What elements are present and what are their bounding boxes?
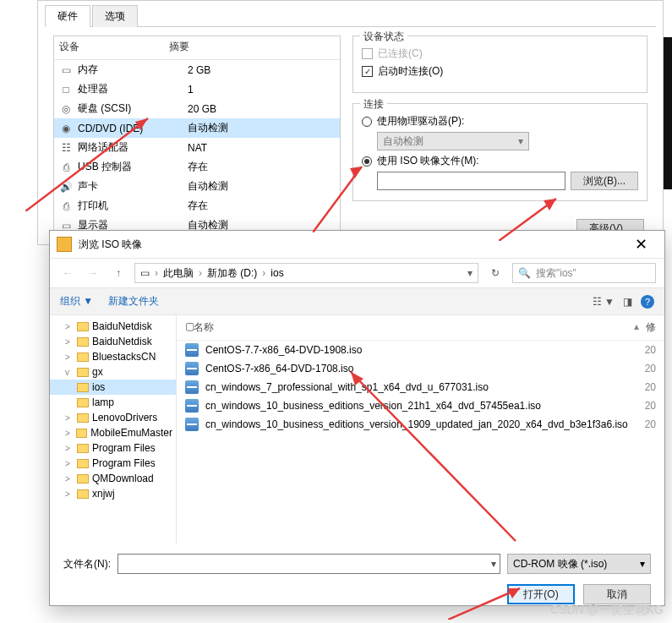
file-row[interactable]: CentOS-7.7-x86_64-DVD-1908.iso 20	[177, 341, 664, 359]
file-row[interactable]: cn_windows_10_business_editions_version_…	[177, 396, 664, 415]
device-row[interactable]: ⎙ 打印机 存在	[54, 196, 340, 216]
file-name: CentOS-7-x86_64-DVD-1708.iso	[205, 363, 638, 374]
expand-icon[interactable]: >	[65, 337, 74, 347]
device-summary: 1	[188, 84, 335, 96]
col-date[interactable]: 修	[639, 320, 656, 335]
chevron-down-icon[interactable]: ▾	[491, 558, 496, 570]
crumb-1[interactable]: 新加卷 (D:)	[207, 266, 257, 281]
device-row[interactable]: ☷ 网络适配器 NAT	[54, 138, 340, 157]
tree-item[interactable]: > BluestacksCN	[50, 349, 176, 364]
folder-icon	[77, 444, 89, 453]
expand-icon[interactable]: >	[65, 322, 74, 331]
device-row[interactable]: □ 处理器 1	[54, 79, 340, 99]
folder-tree[interactable]: > BaiduNetdisk> BaiduNetdisk> Bluestacks…	[50, 315, 177, 544]
physical-drive-combo[interactable]: 自动检测 ▾	[377, 132, 529, 150]
radio-icon	[362, 117, 372, 127]
tree-item[interactable]: > BaiduNetdisk	[50, 319, 176, 334]
tree-label: xnjwj	[92, 488, 115, 500]
col-device: 设备	[59, 40, 169, 54]
preview-pane-button[interactable]: ◨	[623, 296, 632, 308]
chevron-right-icon: ›	[262, 267, 265, 279]
device-name: 内存	[78, 63, 188, 77]
refresh-button[interactable]: ↻	[485, 267, 505, 279]
file-row[interactable]: CentOS-7-x86_64-DVD-1708.iso 20	[177, 359, 664, 378]
device-summary: 自动检测	[188, 121, 335, 135]
crumb-2[interactable]: ios	[270, 267, 283, 279]
chevron-right-icon: ›	[199, 267, 202, 279]
chevron-right-icon: ›	[155, 267, 158, 279]
vmware-settings-window: 硬件 选项 设备 摘要 ▭ 内存 2 GB□ 处理器 1◎ 硬盘 (SCSI) …	[37, 0, 664, 245]
device-row[interactable]: ◎ 硬盘 (SCSI) 20 GB	[54, 99, 340, 118]
device-name: 网络适配器	[78, 140, 188, 155]
organize-menu[interactable]: 组织 ▼	[60, 294, 93, 309]
filename-label: 文件名(N):	[63, 557, 111, 571]
breadcrumb[interactable]: ▭ › 此电脑 › 新加卷 (D:) › ios ▾	[134, 263, 478, 283]
connection-group: 连接 使用物理驱动器(P): 自动检测 ▾ 使用 ISO 映像文件(M): 浏览…	[352, 103, 647, 201]
tree-item[interactable]: > Program Files	[50, 456, 176, 471]
expand-icon[interactable]: >	[65, 413, 74, 423]
help-button[interactable]: ?	[641, 295, 654, 309]
device-row[interactable]: ▭ 内存 2 GB	[54, 60, 340, 79]
device-summary: NAT	[188, 142, 335, 154]
tree-label: QMDownload	[92, 473, 154, 484]
view-mode-button[interactable]: ☷ ▼	[593, 296, 615, 308]
chevron-down-icon: ▾	[518, 135, 523, 147]
tree-item[interactable]: > BaiduNetdisk	[50, 334, 176, 349]
device-icon: ☷	[59, 142, 73, 154]
file-row[interactable]: cn_windows_7_professional_with_sp1_x64_d…	[177, 378, 664, 396]
search-input[interactable]: 🔍 搜索"ios"	[512, 263, 656, 283]
tree-label: ios	[92, 381, 105, 393]
close-button[interactable]: ✕	[625, 235, 658, 254]
physical-drive-radio[interactable]: 使用物理驱动器(P):	[362, 114, 638, 128]
device-row[interactable]: 🔊 声卡 自动检测	[54, 177, 340, 196]
nav-forward-button[interactable]: →	[84, 264, 102, 282]
device-icon: ◉	[59, 123, 73, 134]
col-name[interactable]: 名称	[194, 320, 634, 335]
expand-icon[interactable]: >	[65, 429, 73, 438]
file-filter-combo[interactable]: CD-ROM 映像 (*.iso) ▾	[507, 554, 651, 574]
iso-file-icon	[185, 399, 199, 413]
file-date: 20	[645, 344, 656, 356]
tree-item[interactable]: lamp	[50, 395, 176, 410]
file-row[interactable]: cn_windows_10_business_editions_version_…	[177, 415, 664, 434]
open-button[interactable]: 打开(O)	[507, 584, 575, 604]
iso-file-icon	[185, 343, 199, 357]
file-name: cn_windows_10_business_editions_version_…	[205, 400, 638, 412]
filename-input[interactable]: ▾	[117, 554, 500, 574]
connect-on-power-checkbox[interactable]: ✓ 启动时连接(O)	[362, 64, 638, 79]
iso-file-icon	[185, 362, 199, 375]
file-date: 20	[645, 363, 656, 374]
chevron-down-icon[interactable]: ▾	[467, 267, 473, 279]
device-summary: 存在	[188, 160, 335, 174]
tab-hardware[interactable]: 硬件	[45, 5, 90, 27]
crumb-0[interactable]: 此电脑	[163, 266, 194, 281]
new-folder-button[interactable]: 新建文件夹	[108, 294, 159, 309]
device-summary: 存在	[188, 199, 335, 213]
browse-button[interactable]: 浏览(B)...	[571, 172, 638, 190]
tree-item[interactable]: v gx	[50, 364, 176, 380]
expand-icon[interactable]: >	[65, 474, 74, 484]
tree-item[interactable]: ios	[50, 380, 176, 395]
expand-icon[interactable]: >	[65, 352, 74, 362]
tab-options[interactable]: 选项	[92, 5, 138, 27]
device-row[interactable]: ◉ CD/DVD (IDE) 自动检测	[54, 118, 340, 138]
iso-path-input[interactable]	[377, 172, 565, 190]
connected-label: 已连接(C)	[378, 46, 423, 61]
device-row[interactable]: ⎙ USB 控制器 存在	[54, 157, 340, 177]
expand-icon[interactable]: v	[65, 368, 74, 377]
expand-icon[interactable]: >	[65, 444, 74, 453]
tree-item[interactable]: > QMDownload	[50, 471, 176, 486]
file-name: cn_windows_10_business_editions_version_…	[205, 418, 638, 430]
search-icon: 🔍	[518, 267, 531, 279]
expand-icon[interactable]: >	[65, 459, 74, 468]
expand-icon[interactable]: >	[65, 489, 74, 499]
connected-checkbox[interactable]: 已连接(C)	[362, 46, 638, 61]
tree-item[interactable]: > LenovoDrivers	[50, 410, 176, 425]
tree-item[interactable]: > xnjwj	[50, 486, 176, 501]
nav-back-button[interactable]: ←	[58, 264, 77, 282]
tree-item[interactable]: > MobileEmuMaster	[50, 425, 176, 440]
tree-item[interactable]: > Program Files	[50, 440, 176, 456]
cancel-button[interactable]: 取消	[583, 584, 651, 604]
iso-file-radio[interactable]: 使用 ISO 映像文件(M):	[362, 154, 638, 168]
nav-up-button[interactable]: ↑	[109, 264, 128, 282]
